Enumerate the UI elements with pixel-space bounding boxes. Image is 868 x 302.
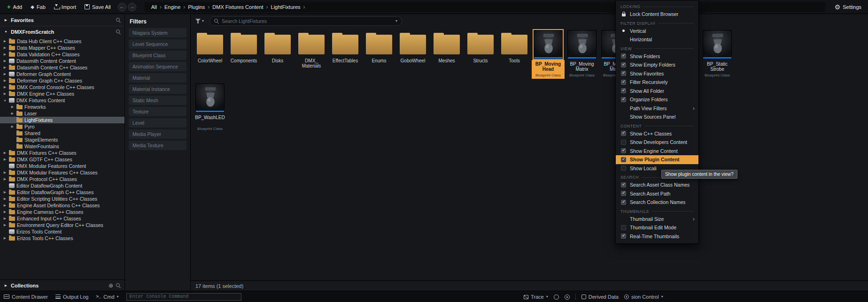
menu-item-path-view-filters[interactable]: Path View Filters›: [616, 104, 698, 113]
expander-icon[interactable]: ▶: [3, 236, 7, 240]
tree-item-editor-scripting-utilities-c-classes[interactable]: ▶Editor Scripting Utilities C++ Classes: [0, 196, 124, 202]
expander-icon[interactable]: ▶: [3, 66, 7, 69]
asset-tile-bp-static-strobe[interactable]: BP_Static StrobeBlueprint Class: [701, 30, 734, 79]
tree-item-environment-query-editor-c-classes[interactable]: ▶Environment Query Editor C++ Classes: [0, 222, 124, 228]
tree-item-dmx-engine-c-classes[interactable]: ▶DMX Engine C++ Classes: [0, 91, 124, 97]
trace-button[interactable]: Trace ▾: [524, 294, 548, 300]
expander-icon[interactable]: ▶: [10, 112, 15, 115]
folder-tile-enums[interactable]: Enums: [363, 30, 395, 79]
filter-item-material-instance[interactable]: Material Instance: [129, 84, 186, 94]
add-collection-icon[interactable]: ⊕: [108, 283, 113, 288]
expander-icon[interactable]: ▶: [3, 177, 7, 181]
favorites-search-icon[interactable]: [116, 18, 121, 23]
forward-button[interactable]: →: [128, 3, 136, 11]
menu-item-vertical[interactable]: Vertical: [616, 27, 698, 36]
tree-item-engine-asset-definitions-c-classes[interactable]: ▶Engine Asset Definitions C++ Classes: [0, 202, 124, 209]
tree-item-waterfountains[interactable]: WaterFountains: [0, 143, 124, 150]
menu-item-show-developers-content[interactable]: Show Developers Content: [616, 138, 698, 147]
menu-item-show-all-folder[interactable]: Show All Folder: [616, 87, 698, 96]
menu-item-search-asset-path[interactable]: Search Asset Path: [616, 189, 698, 198]
filter-item-animation-sequence[interactable]: Animation Sequence: [129, 62, 186, 71]
breadcrumb-item-plugins[interactable]: Plugins: [186, 4, 207, 10]
menu-item-show-empty-folders[interactable]: Show Empty Folders: [616, 60, 698, 69]
folder-tile-gobowheel[interactable]: GoboWheel: [396, 30, 429, 79]
settings-button[interactable]: ⚙ Settings: [832, 2, 864, 12]
fab-button[interactable]: ◆ Fab: [27, 2, 49, 12]
revision-control-button[interactable]: sion Control ▾: [624, 294, 663, 300]
tree-item-editor-dataflowgraph-c-classes[interactable]: ▶Editor DataflowGraph C++ Classes: [0, 189, 124, 196]
menu-item-thumbnail-edit-mode[interactable]: Thumbnail Edit Mode: [616, 223, 698, 232]
menu-item-search-asset-class-names[interactable]: Search Asset Class Names: [616, 181, 698, 189]
menu-item-show-favorites[interactable]: Show Favorites: [616, 69, 698, 78]
tree-item-data-mapper-c-classes[interactable]: ▶Data Mapper C++ Classes: [0, 45, 124, 51]
expander-icon[interactable]: ▶: [3, 39, 7, 43]
tree-item-erizos-tools-c-classes[interactable]: ▶Erizos Tools C++ Classes: [0, 235, 124, 242]
expander-icon[interactable]: ▶: [3, 223, 7, 227]
screenshot-icon[interactable]: [565, 294, 570, 300]
tree-item-deformer-graph-c-classes[interactable]: ▶Deformer Graph C++ Classes: [0, 77, 124, 84]
collections-search-icon[interactable]: [116, 283, 121, 288]
breadcrumb-item-all[interactable]: All: [149, 4, 159, 10]
menu-item-show-folders[interactable]: Show Folders: [616, 52, 698, 61]
folder-tile-disks[interactable]: Disks: [261, 30, 294, 79]
asset-tile-bp-washled[interactable]: BP_WashLEDBlueprint Class: [194, 83, 226, 132]
tree-item-erizos-tools-content[interactable]: Erizos Tools Content: [0, 228, 124, 235]
menu-item-show-sources-panel[interactable]: Show Sources Panel: [616, 113, 698, 121]
paths-search-icon[interactable]: [116, 30, 121, 34]
search-options-caret-icon[interactable]: ▾: [395, 19, 397, 23]
expander-icon[interactable]: ▶: [3, 92, 7, 96]
tree-item-lightfixtures[interactable]: LightFixtures: [0, 117, 124, 123]
asset-tile-bp-moving-head[interactable]: BP_Moving HeadBlueprint Class: [532, 30, 565, 79]
console-command-input[interactable]: [126, 293, 241, 301]
tree-item-dmx-protocol-c-classes[interactable]: ▶DMX Protocol C++ Classes: [0, 176, 124, 182]
expander-icon[interactable]: ▶: [3, 59, 7, 63]
menu-item-lock-content-browser[interactable]: Lock Content Browser: [616, 10, 698, 19]
expander-icon[interactable]: ▶: [3, 197, 7, 201]
expander-icon[interactable]: ▶: [3, 79, 7, 83]
tree-item-data-hub-client-c-classes[interactable]: ▶Data Hub Client C++ Classes: [0, 38, 124, 45]
folder-tile-structs[interactable]: Structs: [464, 30, 497, 79]
expander-icon[interactable]: ▶: [3, 72, 7, 76]
tree-item-stageelements[interactable]: StageElements: [0, 136, 124, 143]
breadcrumb-item-lightfixtures[interactable]: LightFixtures: [269, 4, 302, 10]
tree-item-editor-dataflowgraph-content[interactable]: Editor DataflowGraph Content: [0, 182, 124, 189]
folder-tile-tools[interactable]: Tools: [498, 30, 531, 79]
breadcrumb-item-dmx-fixtures-content[interactable]: DMX Fixtures Content: [210, 4, 265, 10]
tree-item-dmx-gdtf-c-classes[interactable]: ▶DMX GDTF C++ Classes: [0, 156, 124, 163]
filter-item-level-sequence[interactable]: Level Sequence: [129, 39, 186, 49]
menu-item-real-time-thumbnails[interactable]: Real-Time Thumbnails: [616, 232, 698, 241]
tree-item-pyro[interactable]: ▶Pyro: [0, 123, 124, 130]
tree-item-dmx-modular-features-content[interactable]: DMX Modular Features Content: [0, 163, 124, 169]
tree-item-enhanced-input-c-classes[interactable]: ▶Enhanced Input C++ Classes: [0, 215, 124, 222]
insights-icon[interactable]: [554, 294, 559, 300]
filter-item-texture[interactable]: Texture: [129, 107, 186, 116]
menu-item-search-collection-names[interactable]: Search Collection Names: [616, 198, 698, 207]
expander-icon[interactable]: ▶: [4, 284, 8, 287]
tree-item-dmx-control-console-c-classes[interactable]: ▶DMX Control Console C++ Classes: [0, 84, 124, 91]
asset-search-input[interactable]: [222, 18, 393, 24]
favorites-header[interactable]: ▶ Favorites: [0, 14, 124, 26]
menu-item-filter-recursively[interactable]: Filter Recursively: [616, 78, 698, 87]
expander-icon[interactable]: ▶: [3, 204, 7, 207]
tree-item-laser[interactable]: ▶Laser: [0, 110, 124, 117]
breadcrumb-item-engine[interactable]: Engine: [163, 4, 182, 10]
collections-header[interactable]: ▶ Collections ⊕: [0, 279, 124, 291]
output-log-button[interactable]: Output Log: [55, 294, 88, 300]
expander-icon[interactable]: ▶: [3, 46, 7, 50]
expander-icon[interactable]: ▶: [3, 217, 7, 220]
tree-item-datasmith-content-content[interactable]: ▶Datasmith Content Content: [0, 58, 124, 64]
back-button[interactable]: ←: [118, 3, 126, 11]
save-all-button[interactable]: Save All: [81, 2, 114, 12]
tree-item-shared[interactable]: Shared: [0, 130, 124, 136]
tree-item-datasmith-content-c-classes[interactable]: ▶Datasmith Content C++ Classes: [0, 64, 124, 71]
tree-item-engine-cameras-c-classes[interactable]: ▶Engine Cameras C++ Classes: [0, 209, 124, 215]
expander-icon[interactable]: ▶: [3, 171, 7, 174]
expander-icon[interactable]: ▶: [4, 18, 8, 22]
filter-item-media-player[interactable]: Media Player: [129, 129, 186, 139]
derived-data-button[interactable]: Derived Data: [581, 294, 619, 300]
expander-icon[interactable]: ▼: [3, 99, 7, 102]
menu-item-show-plugin-content[interactable]: Show Plugin Content: [616, 155, 698, 164]
expander-icon[interactable]: ▶: [3, 85, 7, 89]
menu-item-show-engine-content[interactable]: Show Engine Content: [616, 147, 698, 156]
tree-item-data-validation-c-classes[interactable]: ▶Data Validation C++ Classes: [0, 51, 124, 58]
